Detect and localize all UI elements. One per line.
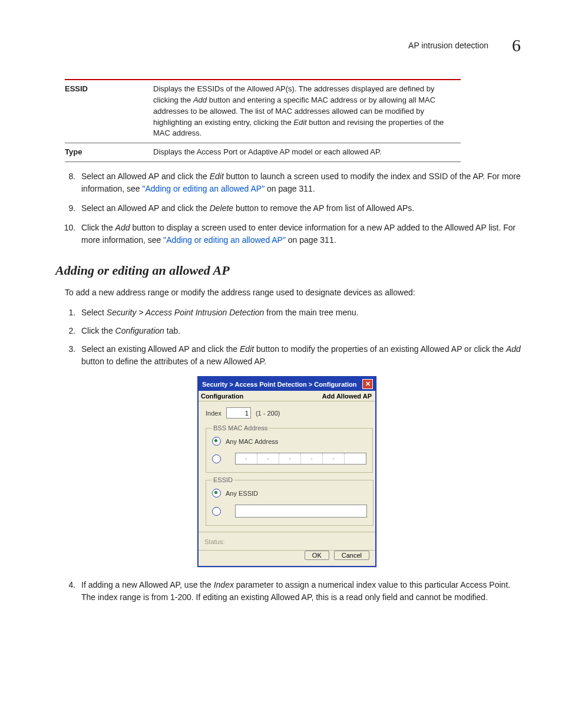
index-input[interactable] xyxy=(226,407,251,419)
list-item: Select an existing Allowed AP and click … xyxy=(78,343,521,368)
add-allowed-ap-dialog: Security > Access Point Detection > Conf… xyxy=(197,376,376,567)
dialog-titlebar: Security > Access Point Detection > Conf… xyxy=(199,377,375,391)
param-label-essid: ESSID xyxy=(65,80,153,143)
section-heading: Adding or editing an allowed AP xyxy=(55,263,521,278)
list-item: Click the Add button to display a screen… xyxy=(78,222,521,246)
cancel-button[interactable]: Cancel xyxy=(334,551,369,560)
any-essid-label: Any ESSID xyxy=(226,490,258,497)
radio-specific-essid[interactable] xyxy=(212,507,221,516)
dialog-figure: Security > Access Point Detection > Conf… xyxy=(53,376,521,567)
index-row: Index (1 - 200) xyxy=(206,407,369,419)
param-desc-type: Displays the Access Port or Adaptive AP … xyxy=(153,143,461,162)
ok-button[interactable]: OK xyxy=(305,551,329,560)
numbered-steps-upper: Select an Allowed AP and click the Edit … xyxy=(65,170,521,246)
essid-legend: ESSID xyxy=(212,476,234,483)
radio-any-essid[interactable] xyxy=(212,489,221,498)
list-item: Click the Configuration tab. xyxy=(78,325,521,337)
header-title: AP intrusion detection xyxy=(408,41,488,50)
list-item: If adding a new Allowed AP, use the Inde… xyxy=(78,579,521,604)
config-label: Configuration xyxy=(201,393,243,400)
list-item: Select Security > Access Point Intrusion… xyxy=(78,307,521,319)
list-item: Select an Allowed AP and click the Delet… xyxy=(78,202,521,215)
radio-specific-mac[interactable] xyxy=(212,454,221,463)
intro-paragraph: To add a new address range or modify the… xyxy=(65,286,515,298)
table-row: Type Displays the Access Port or Adaptiv… xyxy=(65,143,461,162)
list-item: Select an Allowed AP and click the Edit … xyxy=(78,170,521,195)
radio-any-mac[interactable] xyxy=(212,437,221,446)
numbered-steps-after-dialog: If adding a new Allowed AP, use the Inde… xyxy=(65,579,521,604)
table-row: ESSID Displays the ESSIDs of the Allowed… xyxy=(65,80,461,143)
add-allowed-ap-label: Add Allowed AP xyxy=(322,393,372,400)
bss-mac-fieldset: BSS MAC Address Any MAC Address ----- xyxy=(206,424,373,473)
xref-link[interactable]: "Adding or editing an allowed AP" xyxy=(163,235,286,245)
document-page: AP intrusion detection 6 ESSID Displays … xyxy=(0,0,562,728)
close-icon[interactable]: ✕ xyxy=(362,379,373,389)
chapter-number: 6 xyxy=(512,35,521,55)
param-desc-essid: Displays the ESSIDs of the Allowed AP(s)… xyxy=(153,80,461,143)
numbered-steps-lower: Select Security > Access Point Intrusion… xyxy=(65,307,521,368)
page-header: AP intrusion detection 6 xyxy=(53,35,521,55)
status-label: Status: xyxy=(199,532,375,550)
essid-fieldset: ESSID Any ESSID xyxy=(206,476,373,526)
any-mac-label: Any MAC Address xyxy=(226,438,278,445)
dialog-title: Security > Access Point Detection > Conf… xyxy=(202,381,356,388)
mac-address-input[interactable]: ----- xyxy=(235,453,366,465)
param-label-type: Type xyxy=(65,143,153,162)
index-label: Index xyxy=(206,410,222,417)
parameter-table: ESSID Displays the ESSIDs of the Allowed… xyxy=(65,79,461,162)
xref-link[interactable]: "Adding or editing an allowed AP" xyxy=(143,184,265,193)
bss-mac-legend: BSS MAC Address xyxy=(212,424,269,431)
dialog-subheader: Configuration Add Allowed AP xyxy=(199,391,375,401)
index-range-hint: (1 - 200) xyxy=(256,410,280,417)
essid-input[interactable] xyxy=(235,505,367,518)
